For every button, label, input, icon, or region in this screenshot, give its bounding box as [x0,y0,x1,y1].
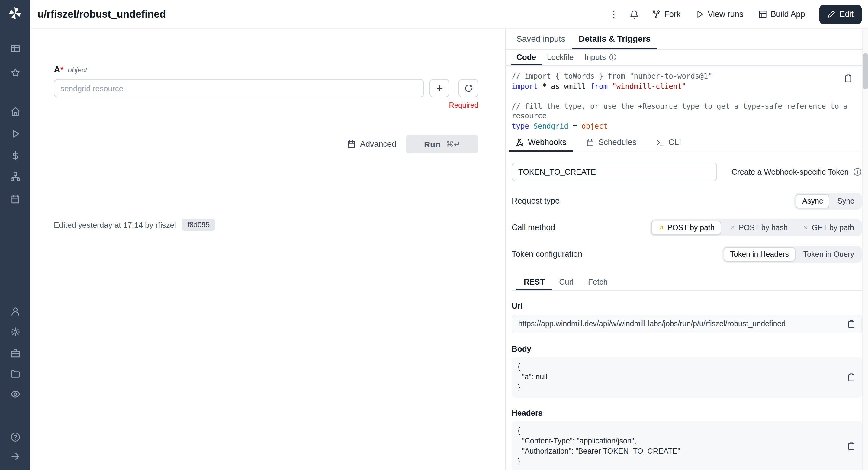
code-subtabs: Code Lockfile Inputs [505,50,868,66]
url-value: https://app.windmill.dev/api/w/windmill-… [518,320,785,328]
help-icon[interactable] [0,431,30,443]
token-config-toggle: Token in Headers Token in Query [722,246,862,262]
expand-sidebar-icon[interactable] [0,450,30,462]
tab-cli[interactable]: CLI [650,134,687,151]
copy-body-button[interactable] [846,372,857,382]
tab-details-triggers[interactable]: Details & Triggers [572,29,657,49]
webhook-section: Create a Webhook-specific Token Request … [505,152,868,470]
code-lines: // import { toWords } from "number-to-wo… [512,71,850,131]
home-icon[interactable] [0,105,30,117]
tab-webhooks[interactable]: Webhooks [509,134,572,151]
option-post-by-hash[interactable]: POST by hash [722,220,794,235]
build-app-button[interactable]: Build App [752,6,810,22]
header-actions: Fork View runs Build App Edit [605,4,862,24]
calendar-icon [347,139,356,149]
webhook-icon [515,138,524,147]
arrow-down-right-icon [802,224,809,231]
git-fork-icon [651,10,660,19]
pencil-icon [827,10,835,18]
field-type: object [68,66,87,74]
windmill-logo-icon[interactable] [8,6,22,21]
copy-code-button[interactable] [843,72,854,83]
body-box: { "a": null } [512,357,862,397]
webhook-token-input[interactable] [512,162,717,181]
url-field[interactable]: https://app.windmill.dev/api/w/windmill-… [512,314,862,333]
notifications-button[interactable] [625,6,642,23]
request-type-toggle: Async Sync [794,192,862,209]
folders-icon[interactable] [0,367,30,379]
panel-scrollbar[interactable] [862,29,868,470]
form-actions-row: Advanced Run⌘↵ [54,135,478,153]
tab-saved-inputs[interactable]: Saved inputs [510,29,572,49]
refresh-button[interactable] [459,79,478,97]
version-hash-badge[interactable]: f8d095 [182,219,215,231]
view-runs-button[interactable]: View runs [689,6,749,22]
table-icon[interactable] [0,42,30,54]
top-bar: u/rfiszel/robust_undefined Fork View run… [30,0,868,29]
scrollbar-thumb[interactable] [863,53,868,89]
workspace-briefcase-icon[interactable] [0,347,30,359]
token-config-row: Token configuration Token in Headers Tok… [512,243,862,265]
run-button[interactable]: Run⌘↵ [406,135,478,153]
headers-box: { "Content-Type": "application/json", "A… [512,421,862,470]
trigger-tabs: Webhooks Schedules CLI [505,134,868,152]
user-icon[interactable] [0,305,30,317]
runs-play-icon[interactable] [0,127,30,139]
tab-fetch[interactable]: Fetch [581,275,615,290]
tab-rest[interactable]: REST [517,275,552,290]
fork-button[interactable]: Fork [646,6,686,22]
edited-text: Edited yesterday at 17:14 by rfiszel [54,220,176,229]
advanced-button[interactable]: Advanced [347,139,396,149]
info-icon [853,167,862,176]
edit-button[interactable]: Edit [819,4,862,24]
bell-icon [629,9,639,19]
token-config-label: Token configuration [512,250,582,258]
headers-label: Headers [512,408,862,417]
option-token-in-headers[interactable]: Token in Headers [723,247,796,261]
subtab-code[interactable]: Code [511,50,541,65]
url-label: Url [512,301,862,310]
plus-icon [435,84,444,92]
option-async[interactable]: Async [796,194,829,208]
settings-gear-icon[interactable] [0,325,30,338]
resources-flow-icon[interactable] [0,170,30,183]
token-row: Create a Webhook-specific Token [512,162,862,181]
audit-eye-icon[interactable] [0,388,30,400]
clipboard-icon [846,442,856,451]
schedules-calendar-icon[interactable] [0,193,30,205]
required-hint: Required [54,101,478,109]
kebab-icon [609,9,618,19]
call-method-row: Call method POST by path POST by hash GE… [512,217,862,238]
call-method-toggle: POST by path POST by hash GET by path [650,219,862,236]
sidebar [0,0,30,470]
more-menu-button[interactable] [605,6,622,23]
add-resource-button[interactable] [430,79,450,97]
option-token-in-query[interactable]: Token in Query [797,247,861,261]
info-icon [609,53,617,61]
code-viewer[interactable]: // import { toWords } from "number-to-wo… [505,66,868,134]
body-value: { "a": null } [518,362,838,393]
copy-url-button[interactable] [846,319,857,330]
option-post-by-path[interactable]: POST by path [651,220,721,235]
tab-schedules[interactable]: Schedules [580,134,642,151]
body-label: Body [512,344,862,353]
option-get-by-path[interactable]: GET by path [796,220,861,235]
subtab-lockfile[interactable]: Lockfile [541,50,579,65]
copy-headers-button[interactable] [846,441,857,451]
variables-dollar-icon[interactable] [0,149,30,161]
field-label-row: A* object [54,64,478,75]
app-window: u/rfiszel/robust_undefined Fork View run… [0,0,868,470]
subtab-inputs[interactable]: Inputs [579,50,622,65]
clipboard-icon [846,372,856,381]
terminal-icon [656,138,664,147]
option-sync[interactable]: Sync [831,194,861,208]
star-icon[interactable] [0,66,30,79]
tab-curl[interactable]: Curl [552,275,581,290]
edited-info-row: Edited yesterday at 17:14 by rfiszel f8d… [54,219,478,231]
call-method-label: Call method [512,223,555,232]
required-asterisk: * [60,65,64,74]
run-shortcut: ⌘↵ [446,139,460,149]
resource-input[interactable] [54,79,424,97]
refresh-icon [464,84,473,92]
create-webhook-token-button[interactable]: Create a Webhook-specific Token [732,167,862,176]
